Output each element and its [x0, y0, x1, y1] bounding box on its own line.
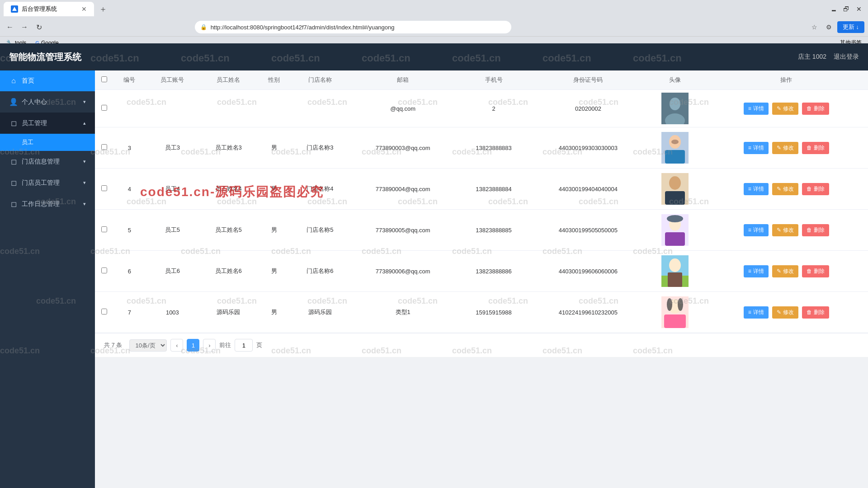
employee-mgmt-arrow-icon: ▴: [83, 120, 86, 126]
address-text: http://localhost:8080/springboot142f7/ad…: [207, 24, 506, 31]
row-name-1: 员工姓名4: [199, 169, 258, 210]
employee-table: 编号 员工账号 员工姓名 性别 门店名称 邮箱 手机号 身份证号码 头像 操作: [95, 70, 868, 333]
sidebar-item-home[interactable]: ⌂ 首页: [0, 70, 95, 91]
edit-button-0[interactable]: ✎ 修改: [772, 142, 798, 154]
pagination-page-1[interactable]: 1: [187, 339, 199, 352]
delete-button-1[interactable]: 🗑 删除: [802, 183, 829, 195]
table-header-row: 编号 员工账号 员工姓名 性别 门店名称 邮箱 手机号 身份证号码 头像 操作: [95, 70, 868, 90]
edit-button-4[interactable]: ✎ 修改: [772, 306, 798, 319]
delete-button-3[interactable]: 🗑 删除: [802, 265, 829, 277]
row-account-0: 员工3: [146, 127, 199, 169]
header-logout[interactable]: 退出登录: [834, 53, 859, 61]
sidebar-item-employee[interactable]: 员工: [0, 134, 95, 151]
app-container: 智能物流管理系统 店主 1002 退出登录 ⌂ 首页 👤 个人中心 ▾ ◻ 员工…: [0, 43, 868, 488]
row-checkbox-cell-1: [95, 169, 113, 210]
row-gender-0: 男: [258, 127, 291, 169]
update-button[interactable]: 更新 ↓: [837, 21, 864, 33]
tab-close-button[interactable]: ✕: [81, 5, 87, 13]
row-gender-2: 男: [258, 210, 291, 251]
row-checkbox-0[interactable]: [101, 144, 107, 150]
partial-edit-button[interactable]: ✎ 修改: [772, 103, 798, 115]
new-tab-button[interactable]: ＋: [96, 2, 110, 16]
row-checkbox-cell-4: [95, 292, 113, 333]
work-log-icon: ◻: [9, 200, 18, 208]
window-close-button[interactable]: ✕: [854, 4, 864, 14]
partial-idcard-cell: 02020002: [531, 90, 646, 127]
row-avatar-cell-1: [645, 169, 704, 210]
delete-button-4[interactable]: 🗑 删除: [802, 306, 829, 319]
content-area: ⌂ 首页 👤 个人中心 ▾ ◻ 员工管理 ▴ 员工 ◻ 门店信息管理: [0, 70, 868, 488]
detail-button-1[interactable]: ≡ 详情: [744, 183, 769, 195]
row-actions-4: ≡ 详情 ✎ 修改 🗑 删除: [705, 292, 868, 333]
row-checkbox-3[interactable]: [101, 267, 107, 273]
row-checkbox-1[interactable]: [101, 185, 107, 191]
detail-button-3[interactable]: ≡ 详情: [744, 265, 769, 277]
tab-favicon: [11, 5, 18, 13]
sidebar-item-employee-mgmt[interactable]: ◻ 员工管理 ▴: [0, 113, 95, 134]
table-wrapper: 编号 员工账号 员工姓名 性别 门店名称 邮箱 手机号 身份证号码 头像 操作: [95, 70, 868, 333]
sidebar-item-work-log[interactable]: ◻ 工作日志管理 ▾: [0, 193, 95, 215]
edit-button-1[interactable]: ✎ 修改: [772, 183, 798, 195]
sidebar-item-personal[interactable]: 👤 个人中心 ▾: [0, 91, 95, 113]
window-minimize-button[interactable]: 🗕: [828, 4, 839, 14]
row-seq-3: 6: [113, 251, 146, 292]
sidebar-item-store-mgmt[interactable]: ◻ 门店信息管理 ▾: [0, 151, 95, 172]
forward-button[interactable]: →: [18, 21, 31, 33]
detail-button-4[interactable]: ≡ 详情: [744, 306, 769, 319]
row-name-0: 员工姓名3: [199, 127, 258, 169]
delete-button-2[interactable]: 🗑 删除: [802, 224, 829, 236]
table-container: 编号 员工账号 员工姓名 性别 门店名称 邮箱 手机号 身份证号码 头像 操作: [95, 70, 868, 357]
delete-icon-4: 🗑: [807, 309, 812, 315]
goto-label: 前往: [219, 341, 231, 349]
col-phone: 手机号: [456, 70, 531, 90]
pagination-prev-button[interactable]: ‹: [170, 339, 183, 352]
partial-checkbox-cell: [95, 90, 113, 127]
active-tab[interactable]: 后台管理系统 ✕: [4, 2, 94, 16]
col-seq: 编号: [113, 70, 146, 90]
refresh-button[interactable]: ↻: [33, 21, 45, 33]
page-size-select[interactable]: 10条/页 20条/页 50条/页: [129, 339, 167, 352]
edit-icon-3: ✎: [777, 268, 781, 274]
row-gender-1: 男: [258, 169, 291, 210]
partial-avatar-cell: [645, 90, 704, 127]
partial-detail-button[interactable]: ≡ 详情: [744, 103, 769, 115]
row-phone-4: 15915915988: [456, 292, 531, 333]
delete-icon-3: 🗑: [807, 268, 812, 274]
address-input[interactable]: 🔒 http://localhost:8080/springboot142f7/…: [195, 21, 511, 33]
row-checkbox-cell-2: [95, 210, 113, 251]
store-employee-arrow-icon: ▾: [83, 180, 86, 186]
window-restore-button[interactable]: 🗗: [841, 4, 852, 14]
star-button[interactable]: ☆: [808, 21, 821, 33]
table-row: 4 员工4 员工姓名4 男 门店名称4 773890004@qq.com 138…: [95, 169, 868, 210]
row-avatar-cell-2: [645, 210, 704, 251]
table-row: 3 员工3 员工姓名3 男 门店名称3 773890003@qq.com 138…: [95, 127, 868, 169]
edit-button-3[interactable]: ✎ 修改: [772, 265, 798, 277]
store-employee-icon: ◻: [9, 178, 18, 187]
extension-button[interactable]: ⚙: [823, 21, 835, 33]
partial-account-cell: [146, 90, 199, 127]
detail-button-0[interactable]: ≡ 详情: [744, 142, 769, 154]
select-all-checkbox[interactable]: [101, 76, 107, 82]
partial-delete-button[interactable]: 🗑 删除: [802, 103, 829, 115]
partial-row-checkbox[interactable]: [101, 105, 107, 111]
row-checkbox-2[interactable]: [101, 226, 107, 232]
pagination-next-button[interactable]: ›: [203, 339, 216, 352]
svg-rect-21: [664, 314, 686, 328]
detail-icon-4: ≡: [748, 309, 751, 315]
sidebar-item-employee-mgmt-label: 员工管理: [22, 119, 47, 127]
sidebar: ⌂ 首页 👤 个人中心 ▾ ◻ 员工管理 ▴ 员工 ◻ 门店信息管理: [0, 70, 95, 488]
sidebar-item-store-employee[interactable]: ◻ 门店员工管理 ▾: [0, 172, 95, 193]
edit-icon-1: ✎: [777, 186, 781, 192]
row-store-0: 门店名称3: [291, 127, 349, 169]
edit-button-2[interactable]: ✎ 修改: [772, 224, 798, 236]
row-store-4: 源码乐园: [291, 292, 349, 333]
row-checkbox-4[interactable]: [101, 309, 107, 314]
partial-gender-cell: [258, 90, 291, 127]
detail-button-2[interactable]: ≡ 详情: [744, 224, 769, 236]
delete-button-0[interactable]: 🗑 删除: [802, 142, 829, 154]
goto-input[interactable]: [235, 339, 253, 352]
row-account-2: 员工5: [146, 210, 199, 251]
back-button[interactable]: ←: [4, 21, 16, 33]
sidebar-item-work-log-label: 工作日志管理: [22, 200, 60, 208]
tab-bar: 后台管理系统 ✕ ＋ 🗕 🗗 ✕: [0, 0, 868, 18]
